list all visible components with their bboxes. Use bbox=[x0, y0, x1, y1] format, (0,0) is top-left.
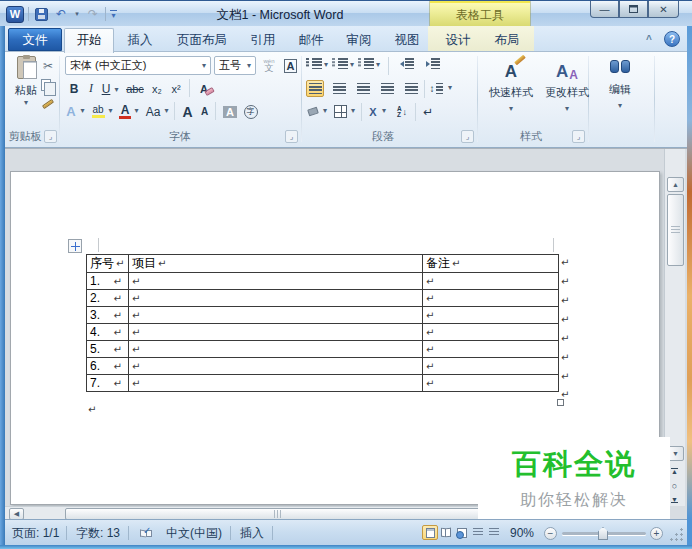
table-cell[interactable]: ↵ bbox=[129, 307, 423, 324]
increase-indent-button[interactable] bbox=[424, 58, 442, 69]
tab-page-layout[interactable]: 页面布局 bbox=[166, 29, 238, 52]
undo-dropdown[interactable]: ▾ bbox=[73, 6, 81, 22]
borders-button[interactable] bbox=[332, 103, 349, 120]
page-indicator[interactable]: 页面: 1/1 bbox=[12, 525, 59, 541]
change-case-button[interactable]: Aa bbox=[143, 102, 163, 121]
table-cell[interactable]: 5.↵ bbox=[87, 341, 129, 358]
table-cell[interactable]: 3.↵ bbox=[87, 307, 129, 324]
justify-button[interactable] bbox=[378, 80, 396, 97]
table-cell[interactable]: ↵ bbox=[129, 358, 423, 375]
table-cell[interactable]: 序号↵ bbox=[87, 255, 129, 273]
table-cell[interactable]: ↵ bbox=[423, 307, 559, 324]
bullets-dropdown[interactable]: ▾ bbox=[322, 60, 330, 69]
quick-styles-button[interactable]: A 快速样式 ▾ bbox=[484, 56, 538, 128]
zoom-slider-thumb[interactable] bbox=[598, 527, 608, 540]
collapse-ribbon-icon[interactable]: ^ bbox=[646, 34, 652, 45]
vertical-scroll-thumb[interactable] bbox=[667, 194, 684, 266]
table-cell[interactable]: 2.↵ bbox=[87, 290, 129, 307]
tab-file[interactable]: 文件 bbox=[8, 28, 62, 51]
help-button[interactable]: ? bbox=[664, 31, 680, 47]
table-resize-handle[interactable] bbox=[557, 399, 564, 406]
draft-view-button[interactable] bbox=[486, 525, 502, 540]
table-cell[interactable]: ↵ bbox=[129, 341, 423, 358]
bold-button[interactable]: B bbox=[65, 79, 83, 98]
spelling-check-status[interactable]: ✓ bbox=[140, 530, 152, 537]
close-button[interactable]: ✕ bbox=[648, 1, 679, 18]
shading-button[interactable] bbox=[305, 103, 321, 120]
asian-layout-button[interactable]: X bbox=[366, 103, 380, 120]
tab-mailings[interactable]: 邮件 bbox=[288, 29, 334, 52]
highlight-dropdown[interactable]: ▾ bbox=[106, 106, 115, 115]
superscript-button[interactable]: x² bbox=[167, 79, 185, 98]
change-styles-button[interactable]: AA 更改样式 ▾ bbox=[540, 56, 594, 128]
tab-table-design[interactable]: 设计 bbox=[434, 29, 482, 52]
strikethrough-button[interactable]: abc bbox=[123, 79, 147, 98]
table-cell[interactable]: ↵ bbox=[423, 290, 559, 307]
phonetic-guide-button[interactable]: wén文 bbox=[259, 56, 279, 75]
multilevel-list-button[interactable] bbox=[358, 58, 374, 69]
tab-table-layout[interactable]: 布局 bbox=[484, 29, 530, 52]
table-cell[interactable]: 项目↵ bbox=[129, 255, 423, 273]
underline-dropdown[interactable]: ▾ bbox=[112, 83, 121, 95]
align-right-button[interactable] bbox=[354, 80, 372, 97]
font-dialog-launcher[interactable]: ⌟ bbox=[285, 130, 298, 143]
character-shading-button[interactable]: A bbox=[221, 102, 239, 121]
table-cell[interactable]: 7.↵ bbox=[87, 375, 129, 392]
distribute-button[interactable] bbox=[402, 80, 420, 97]
font-size-combobox[interactable]: 五号 ▾ bbox=[214, 56, 256, 75]
grow-font-button[interactable]: A bbox=[179, 102, 196, 121]
underline-button[interactable]: U bbox=[99, 79, 113, 98]
clipboard-dialog-launcher[interactable]: ⌟ bbox=[44, 130, 57, 143]
font-family-combobox[interactable]: 宋体 (中文正文) ▾ bbox=[65, 56, 211, 75]
numbering-button[interactable] bbox=[332, 58, 348, 69]
line-spacing-button[interactable]: ↕ bbox=[428, 80, 444, 97]
outline-view-button[interactable] bbox=[470, 525, 486, 540]
format-painter-button[interactable] bbox=[40, 102, 56, 106]
align-left-button[interactable] bbox=[306, 80, 324, 97]
table-cell[interactable]: ↵ bbox=[129, 324, 423, 341]
paragraph-dialog-launcher[interactable]: ⌟ bbox=[461, 130, 474, 143]
minimize-button[interactable]: — bbox=[590, 1, 619, 18]
subscript-button[interactable]: x₂ bbox=[148, 79, 166, 98]
tab-insert[interactable]: 插入 bbox=[116, 29, 164, 52]
text-effects-dropdown[interactable]: ▾ bbox=[78, 106, 87, 115]
table-cell[interactable]: ↵ bbox=[129, 375, 423, 392]
document-table[interactable]: 序号↵ 项目↵ 备注↵ 1.↵ ↵ ↵ 2.↵ ↵ ↵ 3.↵ ↵ ↵ bbox=[86, 254, 559, 392]
table-move-handle[interactable] bbox=[68, 239, 82, 253]
zoom-in-button[interactable]: + bbox=[650, 527, 663, 540]
tab-view[interactable]: 视图 bbox=[384, 29, 430, 52]
word-count[interactable]: 字数: 13 bbox=[76, 525, 120, 541]
tab-review[interactable]: 审阅 bbox=[336, 29, 382, 52]
decrease-indent-button[interactable] bbox=[398, 58, 416, 69]
table-cell[interactable]: ↵ bbox=[423, 375, 559, 392]
paste-button[interactable]: 粘贴 ▾ bbox=[10, 56, 42, 128]
cut-button[interactable]: ✂ bbox=[40, 58, 56, 74]
italic-button[interactable]: I bbox=[83, 79, 99, 98]
print-layout-view-button[interactable] bbox=[422, 525, 438, 540]
highlight-color-button[interactable]: ab bbox=[89, 102, 107, 121]
table-cell[interactable]: ↵ bbox=[423, 341, 559, 358]
borders-dropdown[interactable]: ▾ bbox=[349, 106, 357, 115]
word-logo-icon[interactable]: W bbox=[6, 6, 24, 23]
shrink-font-button[interactable]: A bbox=[197, 102, 212, 121]
line-spacing-dropdown[interactable]: ▾ bbox=[446, 83, 454, 92]
table-cell[interactable]: ↵ bbox=[129, 273, 423, 290]
show-hide-marks-button[interactable]: ↵ bbox=[420, 103, 436, 120]
change-case-dropdown[interactable]: ▾ bbox=[162, 106, 171, 115]
table-cell[interactable]: ↵ bbox=[423, 273, 559, 290]
sort-button[interactable]: AZ ↓ bbox=[393, 103, 411, 120]
text-effects-button[interactable]: A bbox=[63, 102, 79, 121]
clear-formatting-button[interactable]: A bbox=[194, 79, 220, 98]
styles-dialog-launcher[interactable]: ⌟ bbox=[572, 130, 585, 143]
align-center-button[interactable] bbox=[330, 80, 348, 97]
insert-mode-indicator[interactable]: 插入 bbox=[240, 525, 264, 541]
tab-home[interactable]: 开始 bbox=[64, 28, 114, 53]
table-cell[interactable]: 备注↵ bbox=[423, 255, 559, 273]
table-cell[interactable]: ↵ bbox=[423, 358, 559, 375]
language-indicator[interactable]: 中文(中国) bbox=[166, 525, 222, 541]
font-color-button[interactable]: A bbox=[117, 102, 133, 121]
tab-references[interactable]: 引用 bbox=[240, 29, 286, 52]
customize-qat-button[interactable]: ▾ bbox=[110, 10, 117, 18]
undo-button[interactable]: ↶ bbox=[53, 6, 69, 22]
font-color-dropdown[interactable]: ▾ bbox=[132, 106, 141, 115]
